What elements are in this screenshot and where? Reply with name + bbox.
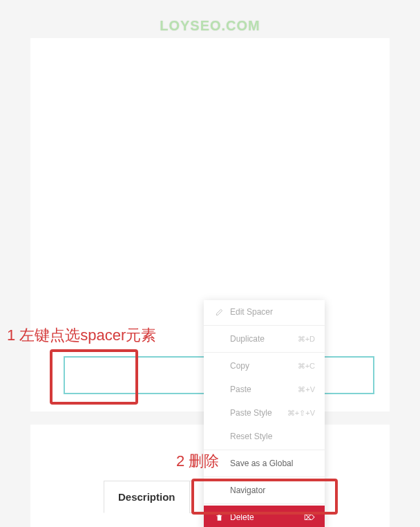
menu-separator	[204, 477, 325, 477]
menu-label: Save as a Global	[230, 459, 315, 468]
watermark-text: LOYSEO.COM	[160, 18, 260, 34]
menu-separator	[204, 325, 325, 326]
menu-separator	[204, 450, 325, 450]
trash-icon	[213, 514, 225, 521]
menu-label: Edit Spacer	[230, 307, 315, 317]
menu-edit-spacer[interactable]: Edit Spacer	[204, 300, 325, 324]
annotation-box-1	[50, 349, 138, 405]
menu-paste[interactable]: Paste ⌘+V	[204, 378, 325, 401]
menu-paste-style[interactable]: Paste Style ⌘+⇧+V	[204, 401, 325, 425]
menu-label: Paste	[230, 385, 298, 394]
menu-shortcut: ⌘+D	[298, 335, 315, 344]
menu-shortcut: ⌘+C	[298, 362, 315, 371]
menu-reset-style[interactable]: Reset Style	[204, 425, 325, 448]
menu-label: Duplicate	[230, 334, 298, 344]
annotation-text-2: 2 删除	[176, 451, 219, 472]
annotation-text-1: 1 左键点选spacer元素	[7, 325, 156, 346]
tab-description[interactable]: Description	[104, 481, 190, 513]
pencil-icon	[213, 308, 225, 316]
menu-copy[interactable]: Copy ⌘+C	[204, 354, 325, 378]
menu-label: Copy	[230, 361, 298, 371]
menu-label: Reset Style	[230, 432, 315, 441]
menu-label: Paste Style	[230, 408, 287, 418]
menu-shortcut: ⌘+⇧+V	[287, 409, 315, 418]
menu-save-global[interactable]: Save as a Global	[204, 452, 325, 475]
menu-duplicate[interactable]: Duplicate ⌘+D	[204, 327, 325, 351]
menu-shortcut: ⌘+V	[298, 385, 315, 394]
menu-separator	[204, 352, 325, 353]
annotation-box-2	[191, 479, 338, 515]
